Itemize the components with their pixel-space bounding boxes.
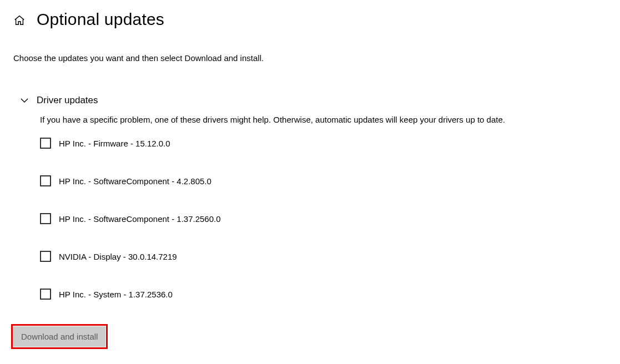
update-label: HP Inc. - Firmware - 15.12.0.0 <box>59 139 170 148</box>
update-item: HP Inc. - SoftwareComponent - 1.37.2560.… <box>40 213 607 224</box>
update-item: HP Inc. - SoftwareComponent - 4.2.805.0 <box>40 175 607 186</box>
update-item: HP Inc. - System - 1.37.2536.0 <box>40 289 607 300</box>
chevron-down-icon <box>20 96 29 105</box>
instruction-text: Choose the updates you want and then sel… <box>13 53 607 63</box>
page-header: Optional updates <box>13 10 607 29</box>
update-checkbox[interactable] <box>40 213 51 224</box>
update-checkbox[interactable] <box>40 289 51 300</box>
update-item: NVIDIA - Display - 30.0.14.7219 <box>40 251 607 262</box>
update-label: NVIDIA - Display - 30.0.14.7219 <box>59 252 177 261</box>
driver-updates-toggle[interactable]: Driver updates <box>20 95 607 106</box>
update-label: HP Inc. - System - 1.37.2536.0 <box>59 290 173 299</box>
update-list: HP Inc. - Firmware - 15.12.0.0 HP Inc. -… <box>40 138 607 300</box>
download-install-button[interactable]: Download and install <box>13 326 105 347</box>
section-title: Driver updates <box>37 95 98 106</box>
update-checkbox[interactable] <box>40 175 51 186</box>
update-item: HP Inc. - Firmware - 15.12.0.0 <box>40 138 607 149</box>
update-checkbox[interactable] <box>40 138 51 149</box>
page-title: Optional updates <box>37 10 164 29</box>
update-label: HP Inc. - SoftwareComponent - 4.2.805.0 <box>59 176 211 186</box>
update-checkbox[interactable] <box>40 251 51 262</box>
home-icon[interactable] <box>13 14 26 27</box>
update-label: HP Inc. - SoftwareComponent - 1.37.2560.… <box>59 214 221 224</box>
section-description: If you have a specific problem, one of t… <box>40 115 607 124</box>
